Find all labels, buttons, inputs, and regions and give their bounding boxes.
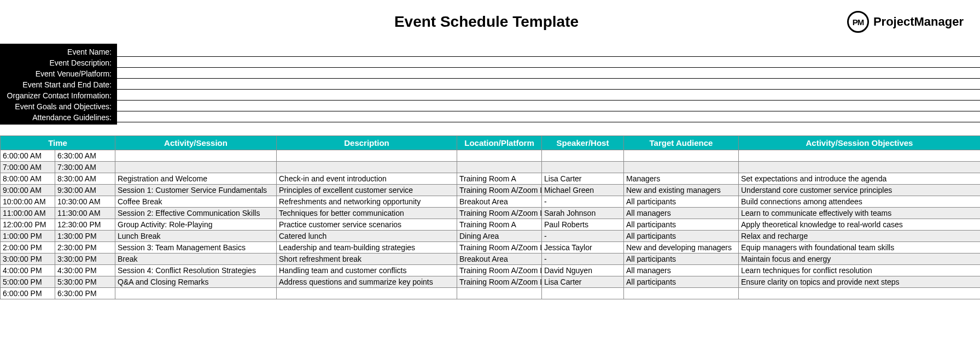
cell-location[interactable]: Training Room A/Zoom Link — [457, 185, 542, 196]
event-description-input[interactable] — [117, 57, 980, 68]
cell-target[interactable]: All participants — [624, 253, 739, 265]
cell-target[interactable] — [624, 288, 739, 299]
cell-target[interactable]: All managers — [624, 208, 739, 219]
cell-description[interactable]: Catered lunch — [277, 231, 457, 242]
cell-speaker[interactable]: Lisa Carter — [542, 276, 624, 288]
cell-location[interactable] — [457, 150, 542, 162]
cell-objectives[interactable]: Maintain focus and energy — [739, 253, 981, 265]
cell-activity[interactable] — [115, 150, 277, 162]
cell-location[interactable]: Training Room A — [457, 173, 542, 185]
cell-description[interactable] — [277, 162, 457, 173]
cell-target[interactable]: All participants — [624, 276, 739, 288]
cell-start-time[interactable]: 10:00:00 AM — [1, 196, 55, 208]
cell-location[interactable]: Training Room A/Zoom Link — [457, 208, 542, 219]
cell-objectives[interactable]: Set expectations and introduce the agend… — [739, 173, 981, 185]
cell-start-time[interactable]: 3:00:00 PM — [1, 253, 55, 265]
cell-speaker[interactable]: Sarah Johnson — [542, 208, 624, 219]
cell-end-time[interactable]: 4:30:00 PM — [55, 265, 115, 276]
cell-description[interactable]: Check-in and event introduction — [277, 173, 457, 185]
cell-speaker[interactable]: - — [542, 196, 624, 208]
cell-objectives[interactable]: Understand core customer service princip… — [739, 185, 981, 196]
cell-start-time[interactable]: 2:00:00 PM — [1, 242, 55, 253]
cell-objectives[interactable]: Equip managers with foundational team sk… — [739, 242, 981, 253]
cell-end-time[interactable]: 11:30:00 AM — [55, 208, 115, 219]
cell-start-time[interactable]: 5:00:00 PM — [1, 276, 55, 288]
cell-target[interactable] — [624, 150, 739, 162]
cell-speaker[interactable] — [542, 162, 624, 173]
cell-activity[interactable]: Q&A and Closing Remarks — [115, 276, 277, 288]
cell-start-time[interactable]: 6:00:00 AM — [1, 150, 55, 162]
cell-speaker[interactable]: - — [542, 231, 624, 242]
cell-description[interactable]: Principles of excellent customer service — [277, 185, 457, 196]
cell-location[interactable]: Dining Area — [457, 231, 542, 242]
event-venue-input[interactable] — [117, 68, 980, 79]
cell-description[interactable]: Refreshments and networking opportunity — [277, 196, 457, 208]
cell-objectives[interactable]: Ensure clarity on topics and provide nex… — [739, 276, 981, 288]
cell-objectives[interactable]: Apply theoretical knowledge to real-worl… — [739, 219, 981, 231]
cell-end-time[interactable]: 8:30:00 AM — [55, 173, 115, 185]
cell-speaker[interactable]: - — [542, 253, 624, 265]
cell-end-time[interactable]: 2:30:00 PM — [55, 242, 115, 253]
cell-location[interactable]: Training Room A — [457, 219, 542, 231]
cell-location[interactable] — [457, 288, 542, 299]
cell-location[interactable]: Breakout Area — [457, 196, 542, 208]
cell-activity[interactable]: Lunch Break — [115, 231, 277, 242]
cell-location[interactable] — [457, 162, 542, 173]
cell-target[interactable]: Managers — [624, 173, 739, 185]
cell-speaker[interactable] — [542, 288, 624, 299]
cell-objectives[interactable]: Learn techniques for conflict resolution — [739, 265, 981, 276]
cell-speaker[interactable]: David Nguyen — [542, 265, 624, 276]
cell-start-time[interactable]: 4:00:00 PM — [1, 265, 55, 276]
cell-end-time[interactable]: 3:30:00 PM — [55, 253, 115, 265]
cell-start-time[interactable]: 11:00:00 AM — [1, 208, 55, 219]
cell-activity[interactable]: Session 4: Conflict Resolution Strategie… — [115, 265, 277, 276]
cell-activity[interactable]: Break — [115, 253, 277, 265]
cell-activity[interactable]: Group Activity: Role-Playing — [115, 219, 277, 231]
cell-speaker[interactable] — [542, 150, 624, 162]
cell-speaker[interactable]: Lisa Carter — [542, 173, 624, 185]
cell-location[interactable]: Training Room A/Zoom Link — [457, 265, 542, 276]
cell-target[interactable]: All managers — [624, 265, 739, 276]
cell-objectives[interactable]: Relax and recharge — [739, 231, 981, 242]
cell-end-time[interactable]: 5:30:00 PM — [55, 276, 115, 288]
cell-end-time[interactable]: 6:30:00 AM — [55, 150, 115, 162]
cell-target[interactable] — [624, 162, 739, 173]
cell-activity[interactable] — [115, 162, 277, 173]
cell-start-time[interactable]: 6:00:00 PM — [1, 288, 55, 299]
cell-start-time[interactable]: 7:00:00 AM — [1, 162, 55, 173]
cell-start-time[interactable]: 1:00:00 PM — [1, 231, 55, 242]
cell-activity[interactable]: Coffee Break — [115, 196, 277, 208]
cell-activity[interactable]: Session 1: Customer Service Fundamentals — [115, 185, 277, 196]
cell-speaker[interactable]: Michael Green — [542, 185, 624, 196]
cell-target[interactable]: All participants — [624, 196, 739, 208]
cell-objectives[interactable]: Build connections among attendees — [739, 196, 981, 208]
cell-activity[interactable]: Session 2: Effective Communication Skill… — [115, 208, 277, 219]
cell-start-time[interactable]: 12:00:00 PM — [1, 219, 55, 231]
cell-end-time[interactable]: 1:30:00 PM — [55, 231, 115, 242]
cell-objectives[interactable] — [739, 150, 981, 162]
cell-start-time[interactable]: 9:00:00 AM — [1, 185, 55, 196]
cell-description[interactable]: Short refreshment break — [277, 253, 457, 265]
cell-activity[interactable]: Registration and Welcome — [115, 173, 277, 185]
cell-speaker[interactable]: Jessica Taylor — [542, 242, 624, 253]
cell-activity[interactable]: Session 3: Team Management Basics — [115, 242, 277, 253]
attendance-guidelines-input[interactable] — [117, 111, 980, 122]
cell-end-time[interactable]: 9:30:00 AM — [55, 185, 115, 196]
cell-description[interactable]: Techniques for better communication — [277, 208, 457, 219]
cell-description[interactable]: Practice customer service scenarios — [277, 219, 457, 231]
event-dates-input[interactable] — [117, 79, 980, 90]
cell-activity[interactable] — [115, 288, 277, 299]
cell-target[interactable]: New and existing managers — [624, 185, 739, 196]
organizer-contact-input[interactable] — [117, 90, 980, 101]
cell-objectives[interactable] — [739, 288, 981, 299]
cell-speaker[interactable]: Paul Roberts — [542, 219, 624, 231]
cell-description[interactable] — [277, 288, 457, 299]
cell-end-time[interactable]: 10:30:00 AM — [55, 196, 115, 208]
cell-objectives[interactable] — [739, 162, 981, 173]
cell-target[interactable]: All participants — [624, 231, 739, 242]
cell-location[interactable]: Training Room A/Zoom Link — [457, 276, 542, 288]
cell-description[interactable]: Leadership and team-building strategies — [277, 242, 457, 253]
event-goals-input[interactable] — [117, 101, 980, 111]
cell-description[interactable]: Address questions and summarize key poin… — [277, 276, 457, 288]
cell-end-time[interactable]: 6:30:00 PM — [55, 288, 115, 299]
